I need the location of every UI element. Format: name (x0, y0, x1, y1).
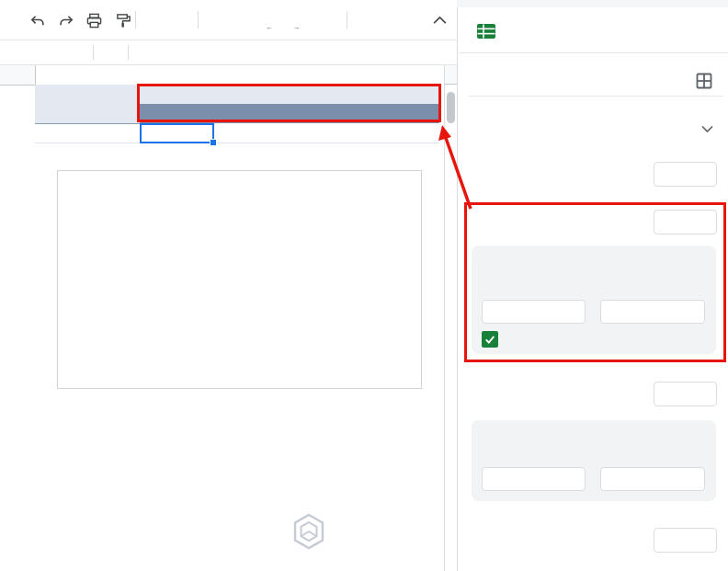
values-revenue-card (472, 420, 716, 501)
panel-top-strip (457, 0, 728, 7)
zoom-select[interactable] (143, 8, 188, 32)
more-toolbar-icon[interactable] (350, 8, 374, 32)
embedded-chart[interactable] (57, 170, 422, 389)
cell-A1[interactable] (35, 85, 140, 104)
show-as-dropdown[interactable] (600, 467, 705, 491)
filters-add-button[interactable] (654, 528, 717, 553)
undo-icon[interactable] (25, 8, 49, 32)
cell-E2-header[interactable] (365, 104, 439, 123)
formula-bar (0, 40, 457, 65)
toolbar: ← → (0, 0, 457, 40)
show-totals-checkbox[interactable] (482, 331, 498, 348)
print-icon[interactable] (82, 8, 106, 32)
toolbar-separator (135, 11, 136, 29)
cell-B1-product-label[interactable] (140, 85, 439, 104)
increase-decimal-button[interactable]: → (278, 8, 301, 32)
toolbar-separator (347, 11, 347, 29)
cell-C3-value[interactable] (214, 123, 290, 143)
selected-cell-border (140, 123, 214, 143)
hide-menus-icon[interactable] (427, 8, 451, 32)
rows-add-button[interactable] (654, 162, 717, 187)
cell-C2-header[interactable] (214, 104, 290, 123)
format-percent-button[interactable] (230, 8, 254, 32)
google-sheets-window: ← → (0, 0, 728, 571)
scrollbar-thumb[interactable] (447, 92, 455, 123)
order-dropdown[interactable] (482, 300, 586, 324)
chart-y-axis-title (64, 232, 77, 342)
divider (469, 96, 723, 97)
summarize-by-dropdown[interactable] (482, 467, 586, 491)
left-arrow-icon: ← (266, 23, 273, 31)
paint-format-icon[interactable] (111, 8, 135, 32)
redo-icon[interactable] (54, 8, 78, 32)
watermark (292, 497, 449, 552)
cell-B2-header[interactable] (140, 104, 214, 123)
decrease-decimal-button[interactable]: ← (253, 8, 277, 32)
columns-product-card (472, 246, 716, 354)
format-currency-button[interactable] (204, 8, 228, 32)
cell-D3-value[interactable] (290, 123, 365, 143)
vertical-scrollbar[interactable] (444, 65, 458, 571)
cell-A3-row-label[interactable] (35, 123, 140, 143)
toolbar-separator (198, 11, 199, 29)
right-arrow-icon: → (292, 23, 300, 31)
cell-A2[interactable] (35, 104, 140, 123)
sort-by-dropdown[interactable] (600, 300, 705, 324)
check-icon (483, 333, 496, 346)
select-data-range-icon[interactable] (696, 73, 712, 89)
more-formats-button[interactable] (303, 8, 340, 32)
separator (128, 45, 129, 60)
select-all-corner[interactable] (0, 65, 36, 86)
cell-D2-header[interactable] (290, 104, 365, 123)
chevron-down-icon[interactable] (701, 125, 713, 133)
scrollbar-header-cap (444, 65, 457, 85)
columns-add-button[interactable] (654, 210, 717, 234)
divider (457, 52, 728, 53)
cell-E3-value[interactable] (365, 123, 439, 143)
officewheel-logo-icon (292, 513, 325, 550)
values-add-button[interactable] (654, 382, 717, 406)
pivot-table-icon (476, 23, 496, 40)
fill-handle[interactable] (210, 139, 217, 146)
separator (93, 45, 94, 60)
